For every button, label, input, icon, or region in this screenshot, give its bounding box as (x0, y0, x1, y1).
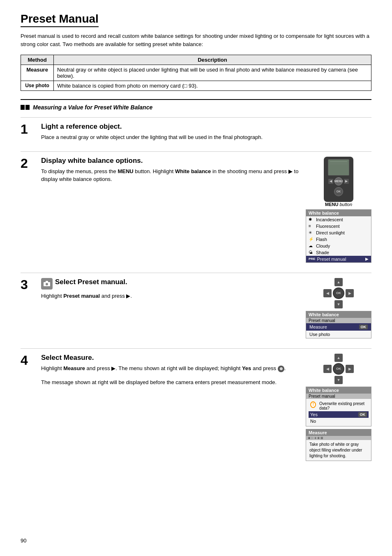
direct-sunlight-label: Direct sunlight (316, 230, 345, 235)
incandescent-icon: ✱ (309, 217, 314, 222)
step-3-with-image: Select Preset manual. Highlight Preset m… (41, 278, 371, 338)
menu-label: MENU button (325, 202, 352, 207)
table-header-method: Method (21, 55, 54, 65)
svg-rect-1 (46, 281, 48, 282)
step-4-number: 4 (21, 354, 41, 461)
step-1: 1 Light a reference object. Place a neut… (21, 117, 371, 141)
rect-icon-1 (21, 105, 25, 110)
dpad-wrapper: ▲ ◀ OK ▶ ▼ (323, 278, 354, 308)
step-4-with-image: Select Measure. Highlight Measure and pr… (41, 354, 371, 461)
step-3-content: Select Preset manual. Highlight Preset m… (41, 278, 371, 338)
section-header: Measuring a Value for Preset White Balan… (21, 99, 371, 111)
cloudy-icon: ☁ (309, 243, 314, 248)
step-2-text: Display white balance options. To displa… (41, 157, 299, 263)
ok-btn-step4[interactable]: OK (333, 363, 344, 375)
confirm-no-label: No (310, 419, 316, 424)
step-3-icon-title: Select Preset manual. (41, 278, 299, 290)
camera-screen-line2 (330, 164, 347, 164)
dpad4-bot: ▼ (334, 376, 343, 384)
intro-text: Preset manual is used to record and reca… (21, 32, 371, 48)
confirm-warning: ! Overwrite existing preset data? (309, 401, 369, 411)
step-3-number: 3 (21, 278, 41, 338)
measure-panel-header: Measure (306, 429, 371, 436)
dpad4-right: ▶ (346, 365, 354, 373)
dpad-down: ▼ (334, 300, 343, 308)
dpad-up: ▲ (334, 278, 343, 286)
submenu-usephoto: Use photo (306, 331, 371, 338)
submenu-measure-label: Measure (309, 324, 327, 329)
shade-label: Shade (316, 250, 329, 255)
ok-badge-yes: OK (358, 412, 367, 417)
step-2: 2 Display white balance options. To disp… (21, 151, 371, 263)
dpad-bot-row: ▼ (334, 300, 343, 308)
dpad4-up: ▲ (334, 354, 343, 362)
fluorescent-label: Fluorescent (316, 224, 339, 229)
incandescent-label: Incandescent (316, 217, 343, 222)
dpad-right: ▶ (344, 179, 349, 184)
measure-panel: Measure ▣ ▷ ◈ ◉ ▦ Take photo of white or… (306, 429, 371, 461)
dpad-mid-row: ◀ OK ▶ (323, 287, 354, 299)
rect-icon-2 (25, 105, 30, 110)
camera-mockup-wrapper: ◀ MENU ▶ OK MENU button (324, 157, 353, 207)
menu-incandescent: ✱ Incandescent (306, 216, 371, 223)
camera-screen-line (330, 161, 347, 162)
step-3: 3 Select Preset manual. Highlight Pr (21, 273, 371, 338)
table-header-description: Description (54, 55, 371, 65)
method-usephoto: Use photo (21, 81, 54, 91)
ok-btn-dpad[interactable]: OK (333, 287, 344, 299)
confirm-body: ! Overwrite existing preset data? Yes OK… (306, 399, 371, 426)
direct-sunlight-icon: ✳ (309, 230, 314, 235)
flash-icon: ⚡ (309, 237, 314, 241)
flash-label: Flash (316, 237, 327, 242)
submenu-usephoto-label: Use photo (309, 332, 330, 337)
step-1-body: Place a neutral gray or white object und… (41, 133, 371, 141)
svg-point-2 (46, 283, 48, 285)
method-usephoto-desc: White balance is copied from photo on me… (54, 81, 371, 91)
ok-button-camera[interactable]: OK (334, 187, 343, 196)
white-balance-menu: White balance ✱ Incandescent ≡ Fluoresce… (306, 209, 371, 263)
section-title: Measuring a Value for Preset White Balan… (33, 104, 152, 111)
step-3-images: ▲ ◀ OK ▶ ▼ White balance Preset manual (306, 278, 371, 338)
confirm-panel: White balance Preset manual ! Overwrite … (306, 387, 371, 426)
step-1-number: 1 (21, 123, 41, 141)
step-4-title: Select Measure. (41, 354, 299, 362)
menu-shade: 🌤 Shade (306, 249, 371, 256)
submenu-subheader: Preset manual (306, 318, 371, 323)
confirm-warning-text: Overwrite existing preset data? (319, 401, 367, 410)
ok-badge-measure: OK (359, 324, 368, 329)
menu-preset-manual: PRE Preset manual ▶ (306, 256, 371, 262)
confirm-no: No (309, 418, 369, 424)
step-2-with-image: Display white balance options. To displa… (41, 157, 371, 263)
submenu-measure: Measure OK (306, 323, 371, 331)
dpad4-down: ▼ (334, 376, 343, 384)
method-table: Method Description Measure Neutral gray … (21, 55, 371, 91)
method-measure-desc: Neutral gray or white object is placed u… (54, 65, 371, 81)
step-2-title: Display white balance options. (41, 157, 299, 165)
confirm-yes: Yes OK (309, 411, 369, 418)
dpad-step4: ▲ ◀ OK ▶ ▼ (323, 354, 354, 384)
shade-icon: 🌤 (309, 250, 314, 255)
section-header-icon (21, 105, 30, 110)
fluorescent-icon: ≡ (309, 224, 314, 228)
measure-panel-icons: ▣ ▷ ◈ ◉ ▦ (306, 436, 371, 440)
step-2-number: 2 (21, 157, 41, 263)
menu-button-camera[interactable]: MENU (334, 177, 343, 185)
step-4-body-2: The message shown at right will be displ… (41, 378, 299, 387)
step-1-content: Light a reference object. Place a neutra… (41, 123, 371, 141)
menu-direct-sunlight: ✳ Direct sunlight (306, 229, 371, 236)
preset-arrow: ▶ (365, 257, 369, 261)
camera-icon (41, 278, 53, 290)
step-4: 4 Select Measure. Highlight Measure and … (21, 348, 371, 461)
measure-panel-icon-row: ▣ ▷ ◈ ◉ ▦ (308, 436, 323, 440)
step-3-body: Highlight Preset manual and press ▶. (41, 292, 299, 300)
menu-cloudy: ☁ Cloudy (306, 243, 371, 249)
confirm-header: White balance (306, 387, 371, 394)
dpad-left: ◀ (328, 179, 333, 184)
menu-flash: ⚡ Flash (306, 236, 371, 243)
step-1-title: Light a reference object. (41, 123, 371, 131)
method-measure: Measure (21, 65, 54, 81)
ok-circle-icon: ⊛ (278, 366, 284, 372)
measure-panel-body: Take photo of white or gray object filli… (306, 440, 371, 461)
dpad4-top: ▲ (334, 354, 343, 362)
step-4-text: Select Measure. Highlight Measure and pr… (41, 354, 299, 461)
